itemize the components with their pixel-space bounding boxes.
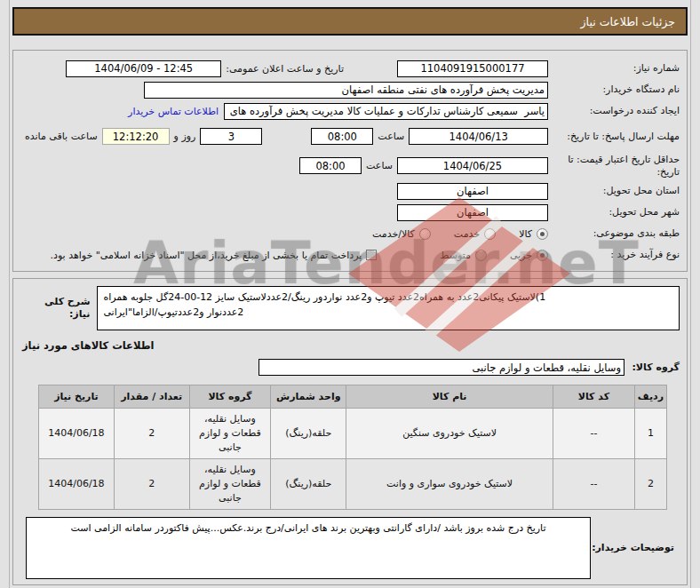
province-label: استان محل تحویل: bbox=[548, 185, 680, 197]
cell-row-number: 2 bbox=[634, 458, 666, 509]
form-row-buyer-org: نام دستگاه خریدار: bbox=[20, 80, 680, 99]
price-validity-hour-label: ساعت bbox=[366, 160, 393, 171]
goods-table-wrap: ردیف کد کالا نام کالا واحد شمارش گروه کا… bbox=[38, 385, 667, 510]
cell-goods-group: وسایل نقلیه، قطعات و لوازم جانبی bbox=[189, 409, 271, 459]
form-row-process-type: نوع فرآیند خرید : جزیی متوسط پرداخت تمام… bbox=[20, 245, 680, 265]
buyer-notes-row: توضیحات خریدار: تاریخ درج شده بروز باشد … bbox=[20, 517, 680, 579]
radio-goods-label: کالا bbox=[519, 228, 532, 240]
col-count-unit: واحد شمارش bbox=[271, 385, 346, 409]
form-row-city: شهر محل تحویل: bbox=[20, 203, 680, 222]
process-type-option-minor: جزیی bbox=[510, 250, 548, 261]
goods-info-header: اطلاعات کالاهای مورد نیاز bbox=[22, 339, 678, 352]
subject-class-option-service: خدمت bbox=[454, 228, 496, 240]
form-row-subject-class: طبقه بندی موضوعی: کالا خدمت کالا/خدمت bbox=[20, 224, 680, 243]
price-validity-label: حداقل تاریخ اعتبار قیمت: تا تاریخ: bbox=[548, 154, 680, 179]
form-row-need-number: شماره نیاز: تاریخ و ساعت اعلان عمومی: bbox=[20, 59, 680, 78]
cell-need-date: 1404/06/18 bbox=[39, 458, 115, 509]
treasury-payment-option: پرداخت تمام یا بخشی از مبلغ خرید،از محل … bbox=[51, 250, 378, 261]
radio-medium[interactable] bbox=[475, 250, 487, 261]
general-desc-label: شرح کلی نیاز: bbox=[20, 296, 97, 322]
cell-goods-code: -- bbox=[553, 409, 635, 459]
subject-class-label: طبقه بندی موضوعی: bbox=[548, 227, 680, 240]
page-container: جزئیات اطلاعات نیاز شماره نیاز: تاریخ و … bbox=[9, 0, 691, 588]
need-info-section: شماره نیاز: تاریخ و ساعت اعلان عمومی: نا… bbox=[12, 50, 688, 272]
countdown-input[interactable] bbox=[102, 128, 170, 145]
buyer-notes-textarea[interactable]: تاریخ درج شده بروز باشد /دارای گارانتی و… bbox=[26, 517, 591, 579]
radio-service[interactable] bbox=[484, 228, 496, 240]
cell-quantity: 2 bbox=[114, 458, 189, 509]
cell-count-unit: حلقه(رینگ) bbox=[271, 409, 346, 459]
cell-quantity: 2 bbox=[114, 409, 189, 459]
cell-need-date: 1404/06/18 bbox=[39, 409, 115, 459]
announce-datetime-label: تاریخ و ساعت اعلان عمومی: bbox=[226, 63, 344, 75]
general-desc-row: 1)لاستیک پیکانی2عدد به همراه2عدد تیوپ و2… bbox=[20, 286, 680, 330]
treasury-payment-label: پرداخت تمام یا بخشی از مبلغ خرید،از محل … bbox=[51, 250, 362, 261]
countdown-label: ساعت باقی مانده bbox=[25, 131, 98, 142]
creator-label: ایجاد کننده درخواست: bbox=[548, 105, 680, 117]
process-type-label: نوع فرآیند خرید : bbox=[548, 249, 680, 261]
radio-service-label: خدمت bbox=[454, 228, 480, 240]
buyer-notes-label: توضیحات خریدار: bbox=[591, 542, 680, 553]
col-goods-group: گروه کالا bbox=[189, 385, 271, 409]
radio-medium-label: متوسط bbox=[440, 250, 471, 261]
goods-group-input[interactable] bbox=[259, 359, 624, 376]
cell-goods-code: -- bbox=[553, 458, 635, 509]
col-goods-name: نام کالا bbox=[346, 385, 553, 409]
buyer-org-input[interactable] bbox=[144, 82, 548, 99]
price-validity-date-input[interactable] bbox=[397, 157, 548, 174]
col-quantity: تعداد / مقدار bbox=[114, 385, 189, 409]
cell-row-number: 1 bbox=[634, 409, 666, 459]
table-row: 2 -- لاستیک خودروی سواری و وانت حلقه(رین… bbox=[39, 458, 667, 509]
form-row-creator: ایجاد کننده درخواست: اطلاعات تماس خریدار bbox=[20, 101, 680, 121]
process-type-option-medium: متوسط bbox=[440, 250, 487, 261]
buyer-org-label: نام دستگاه خریدار: bbox=[548, 83, 680, 96]
radio-goods-service[interactable] bbox=[419, 228, 431, 240]
deadline-hour-input[interactable] bbox=[311, 128, 373, 145]
buyer-contact-link[interactable]: اطلاعات تماس خریدار bbox=[128, 106, 219, 117]
goods-group-label: گروه کالا: bbox=[624, 362, 680, 373]
page-title: جزئیات اطلاعات نیاز bbox=[12, 7, 688, 36]
radio-minor[interactable] bbox=[537, 250, 548, 261]
subject-class-option-goods: کالا bbox=[519, 228, 548, 240]
city-input[interactable] bbox=[397, 204, 548, 221]
deadline-date-input[interactable] bbox=[409, 128, 548, 145]
days-remaining-input[interactable] bbox=[200, 128, 262, 145]
subject-class-option-goods-service: کالا/خدمت bbox=[372, 228, 431, 240]
col-row-number: ردیف bbox=[634, 385, 666, 409]
radio-goods-service-label: کالا/خدمت bbox=[372, 228, 415, 240]
goods-section: 1)لاستیک پیکانی2عدد به همراه2عدد تیوپ و2… bbox=[12, 278, 688, 585]
cell-goods-name: لاستیک خودروی سنگین bbox=[346, 409, 553, 459]
form-row-price-validity: حداقل تاریخ اعتبار قیمت: تا تاریخ: ساعت bbox=[20, 152, 680, 179]
general-desc-textarea[interactable]: 1)لاستیک پیکانی2عدد به همراه2عدد تیوپ و2… bbox=[97, 286, 680, 330]
deadline-hour-label: ساعت bbox=[378, 131, 404, 142]
col-goods-code: کد کالا bbox=[553, 385, 635, 409]
need-number-input[interactable] bbox=[397, 60, 548, 77]
form-row-province: استان محل تحویل: bbox=[20, 181, 680, 201]
radio-goods[interactable] bbox=[537, 228, 548, 240]
city-label: شهر محل تحویل: bbox=[548, 206, 680, 219]
col-need-date: تاریخ نیاز bbox=[39, 385, 115, 409]
need-number-label: شماره نیاز: bbox=[548, 62, 680, 75]
table-row: 1 -- لاستیک خودروی سنگین حلقه(رینگ) وسای… bbox=[39, 409, 667, 459]
form-row-deadline: مهلت ارسال پاسخ: تا تاریخ: ساعت روز و سا… bbox=[20, 123, 680, 150]
goods-table: ردیف کد کالا نام کالا واحد شمارش گروه کا… bbox=[38, 385, 667, 510]
radio-minor-label: جزیی bbox=[510, 250, 532, 261]
treasury-payment-checkbox[interactable] bbox=[366, 250, 377, 260]
cell-goods-name: لاستیک خودروی سواری و وانت bbox=[346, 458, 553, 509]
days-remaining-label: روز و bbox=[174, 131, 196, 142]
cell-goods-group: وسایل نقلیه، قطعات و لوازم جانبی bbox=[189, 458, 271, 509]
deadline-label: مهلت ارسال پاسخ: تا تاریخ: bbox=[548, 131, 680, 143]
announce-datetime-input[interactable] bbox=[66, 60, 221, 77]
goods-group-row: گروه کالا: bbox=[20, 359, 680, 376]
creator-input[interactable] bbox=[224, 103, 548, 120]
cell-count-unit: حلقه(رینگ) bbox=[271, 458, 346, 509]
goods-table-header-row: ردیف کد کالا نام کالا واحد شمارش گروه کا… bbox=[39, 385, 667, 409]
price-validity-hour-input[interactable] bbox=[299, 157, 362, 174]
province-input[interactable] bbox=[397, 183, 548, 200]
